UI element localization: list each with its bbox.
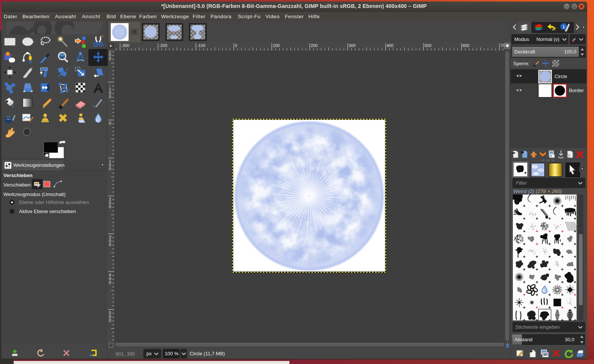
svg-text:500: 500 xyxy=(424,43,431,48)
svg-text:400: 400 xyxy=(387,43,393,48)
svg-text:0: 0 xyxy=(109,280,111,285)
svg-text:300: 300 xyxy=(349,43,355,48)
svg-text:0: 0 xyxy=(109,204,111,209)
svg-text:-200: -200 xyxy=(159,43,167,48)
svg-text:0: 0 xyxy=(109,94,111,99)
svg-text:0: 0 xyxy=(109,166,111,171)
svg-text:0: 0 xyxy=(109,242,111,247)
svg-text:0: 0 xyxy=(109,121,111,126)
svg-text:200: 200 xyxy=(311,43,317,48)
svg-text:-100: -100 xyxy=(197,43,205,48)
svg-text:700: 700 xyxy=(500,43,504,48)
svg-text:100: 100 xyxy=(273,43,280,48)
svg-text:i: i xyxy=(563,24,564,30)
svg-text:0: 0 xyxy=(109,56,111,61)
svg-text:0: 0 xyxy=(109,318,111,323)
svg-text:0: 0 xyxy=(235,43,237,48)
svg-text:600: 600 xyxy=(462,43,469,48)
svg-text:-300: -300 xyxy=(121,43,129,48)
